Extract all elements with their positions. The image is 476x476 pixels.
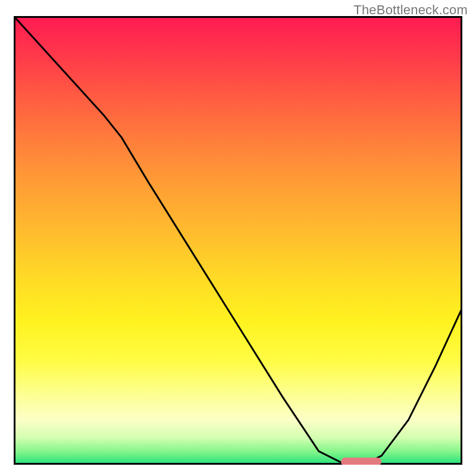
chart-plot-area — [14, 16, 462, 465]
bottleneck-heat-gradient — [14, 16, 462, 465]
watermark-text: TheBottleneck.com — [353, 2, 468, 18]
optimal-marker — [341, 458, 381, 465]
